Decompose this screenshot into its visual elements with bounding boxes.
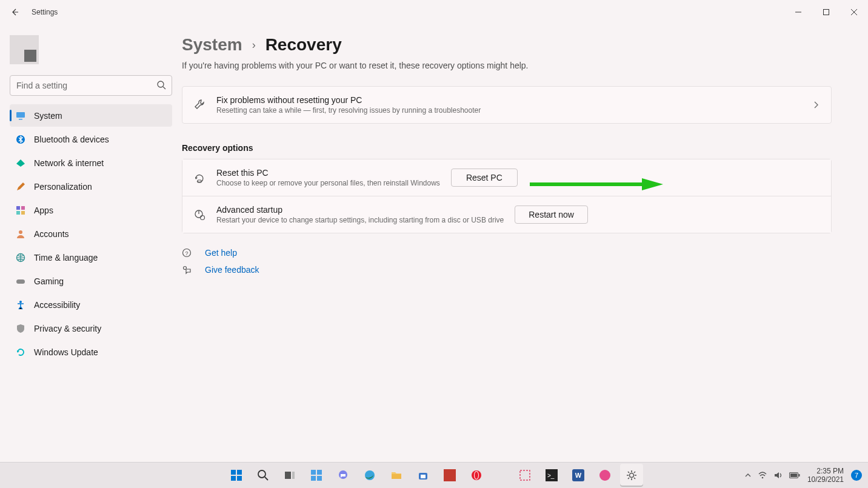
clock-time: 2:35 PM: [807, 467, 844, 475]
help-icon: ?: [182, 248, 192, 258]
svg-point-12: [19, 301, 22, 303]
user-avatar[interactable]: [10, 35, 39, 64]
restart-now-button[interactable]: Restart now: [515, 206, 588, 224]
nav-network[interactable]: Network & internet: [10, 152, 172, 174]
nav-system[interactable]: System: [10, 104, 172, 127]
breadcrumb-parent[interactable]: System: [182, 35, 242, 55]
taskbar-explorer[interactable]: [385, 464, 408, 487]
give-feedback-link[interactable]: Give feedback: [182, 265, 832, 275]
update-icon: [16, 347, 25, 357]
bluetooth-icon: [16, 135, 25, 144]
option-title: Advanced startup: [216, 205, 504, 215]
svg-point-9: [19, 230, 22, 234]
notification-badge[interactable]: 7: [851, 470, 862, 481]
search-icon: [257, 469, 269, 481]
taskbar-store[interactable]: [412, 464, 435, 487]
nav-personalization[interactable]: Personalization: [10, 175, 172, 198]
link-label: Give feedback: [205, 265, 259, 275]
search-input[interactable]: [10, 75, 172, 96]
tray-volume-icon[interactable]: [773, 470, 783, 480]
taskbar-terminal[interactable]: >_: [540, 464, 563, 487]
nav-privacy[interactable]: Privacy & security: [10, 317, 172, 339]
nav-windows-update[interactable]: Windows Update: [10, 341, 172, 363]
svg-point-18: [184, 267, 187, 270]
back-button[interactable]: [6, 4, 23, 21]
svg-rect-24: [237, 476, 242, 481]
svg-point-1: [158, 81, 164, 87]
store-icon: [417, 469, 429, 481]
tray-battery-icon[interactable]: [789, 472, 800, 479]
svg-rect-28: [311, 470, 316, 475]
svg-rect-41: [520, 470, 530, 480]
svg-rect-27: [292, 472, 295, 479]
taskbar-opera[interactable]: [465, 464, 488, 487]
opera-icon: [470, 469, 482, 481]
taskbar-snip[interactable]: [513, 464, 536, 487]
taskbar: >_ W 2:35 PM 10/29/2021 7: [0, 462, 868, 488]
get-help-link[interactable]: ? Get help: [182, 248, 832, 258]
search-icon: [156, 80, 166, 90]
wrench-icon: [193, 99, 205, 111]
card-subtitle: Resetting can take a while — first, try …: [216, 106, 801, 115]
chevron-right-icon: [812, 101, 820, 109]
nav-list: System Bluetooth & devices Network & int…: [10, 104, 172, 363]
svg-rect-7: [16, 211, 20, 215]
nav-apps[interactable]: Apps: [10, 199, 172, 221]
svg-rect-34: [392, 474, 401, 479]
taskbar-chat[interactable]: [332, 464, 355, 487]
taskbar-settings[interactable]: [620, 464, 643, 487]
taskbar-app-pink[interactable]: [593, 464, 616, 487]
edge-icon: [364, 469, 376, 481]
taskbar-app-red[interactable]: [438, 464, 461, 487]
maximize-button[interactable]: [812, 0, 840, 24]
minimize-icon: [795, 9, 801, 15]
nav-label: Network & internet: [34, 158, 104, 168]
taskbar-clock[interactable]: 2:35 PM 10/29/2021: [807, 467, 844, 484]
svg-point-46: [599, 470, 610, 481]
advanced-startup-row: Advanced startup Restart your device to …: [182, 196, 831, 233]
taskbar-widgets[interactable]: [305, 464, 328, 487]
breadcrumb: System › Recovery: [182, 35, 832, 55]
nav-bluetooth[interactable]: Bluetooth & devices: [10, 128, 172, 150]
terminal-icon: >_: [546, 469, 558, 481]
taskbar-taskview[interactable]: [278, 464, 301, 487]
option-title: Reset this PC: [216, 168, 440, 178]
nav-label: Personalization: [34, 182, 92, 192]
section-title: Recovery options: [182, 143, 832, 153]
gear-icon: [626, 469, 638, 481]
svg-rect-23: [231, 476, 236, 481]
taskbar-edge[interactable]: [358, 464, 381, 487]
nav-accounts[interactable]: Accounts: [10, 222, 172, 245]
nav-gaming[interactable]: Gaming: [10, 270, 172, 292]
close-button[interactable]: [840, 0, 868, 24]
troubleshoot-card[interactable]: Fix problems without resetting your PC R…: [182, 86, 832, 124]
nav-time-language[interactable]: Time & language: [10, 246, 172, 269]
nav-label: Accessibility: [34, 300, 80, 310]
svg-rect-8: [21, 211, 25, 215]
nav-accessibility[interactable]: Accessibility: [10, 293, 172, 316]
maximize-icon: [823, 9, 829, 15]
shield-icon: [16, 324, 25, 333]
snip-icon: [519, 469, 531, 481]
person-icon: [16, 229, 25, 239]
nav-label: Time & language: [34, 253, 98, 262]
tray-wifi-icon[interactable]: [758, 470, 767, 480]
sidebar: System Bluetooth & devices Network & int…: [0, 24, 182, 462]
taskbar-word[interactable]: W: [567, 464, 590, 487]
svg-point-40: [475, 472, 478, 479]
start-button[interactable]: [225, 464, 248, 487]
apps-icon: [16, 206, 25, 215]
nav-label: Apps: [34, 206, 53, 215]
link-label: Get help: [205, 248, 237, 258]
minimize-button[interactable]: [784, 0, 812, 24]
taskbar-search[interactable]: [252, 464, 275, 487]
word-icon: W: [572, 469, 584, 481]
reset-pc-row: Reset this PC Choose to keep or remove y…: [182, 159, 831, 196]
gamepad-icon: [16, 276, 25, 286]
card-title: Fix problems without resetting your PC: [216, 95, 801, 105]
reset-pc-button[interactable]: Reset PC: [451, 169, 518, 187]
tray-chevron-icon[interactable]: [744, 472, 752, 479]
option-subtitle: Choose to keep or remove your personal f…: [216, 179, 440, 187]
windows-icon: [230, 469, 242, 481]
svg-rect-5: [16, 206, 20, 210]
